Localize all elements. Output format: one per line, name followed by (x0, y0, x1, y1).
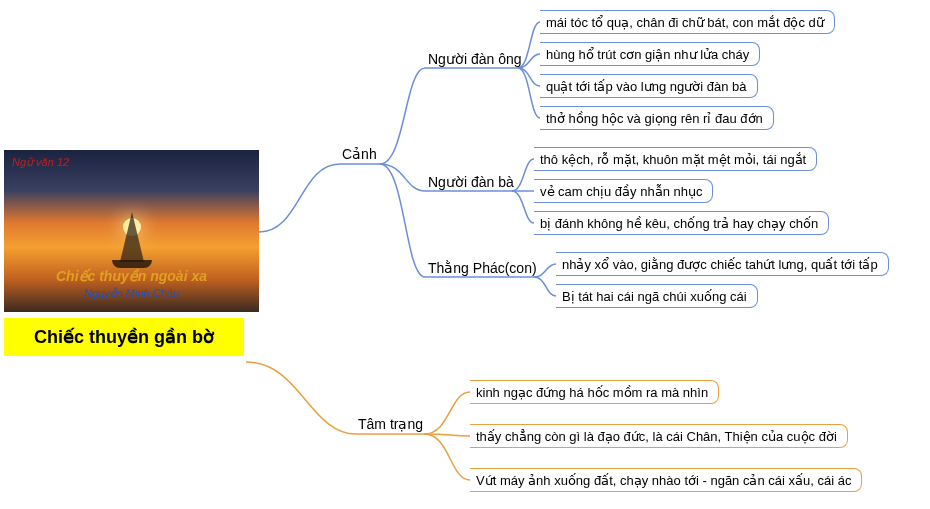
root-block: Ngữ văn 12 Chiếc thuyền ngoài xa Nguyễn … (4, 150, 259, 356)
sub-ba-label: Người đàn bà (428, 174, 514, 190)
leaf-ba-0: thô kệch, rỗ mặt, khuôn mặt mệt mỏi, tái… (534, 147, 817, 171)
leaf-ong-2: quật tới tấp vào lưng người đàn bà (540, 74, 758, 98)
hull-icon (112, 260, 152, 268)
leaf-ong-3: thở hồng hộc và giọng rên rỉ đau đớn (540, 106, 774, 130)
leaf-ong-1: hùng hổ trút cơn giận như lửa cháy (540, 42, 760, 66)
leaf-ba-1: vẻ cam chịu đầy nhẫn nhục (534, 179, 713, 203)
leaf-ong-0: mái tóc tổ quạ, chân đi chữ bát, con mắt… (540, 10, 835, 34)
root-image: Ngữ văn 12 Chiếc thuyền ngoài xa Nguyễn … (4, 150, 259, 312)
leaf-tt-1: thấy chẳng còn gì là đạo đức, là cái Châ… (470, 424, 848, 448)
leaf-tt-2: Vứt máy ảnh xuống đất, chạy nhào tới - n… (470, 468, 862, 492)
image-title: Chiếc thuyền ngoài xa (4, 268, 259, 284)
leaf-tt-0: kinh ngạc đứng há hốc mồm ra mà nhìn (470, 380, 719, 404)
root-title: Chiếc thuyền gần bờ (4, 318, 244, 356)
branch-tamtrang-label: Tâm trạng (358, 416, 423, 432)
branch-canh-label: Cảnh (342, 146, 377, 162)
sailboat-icon (120, 212, 144, 262)
sub-phac-label: Thằng Phác(con) (428, 260, 537, 276)
image-subtitle: Nguyễn Minh Châu (4, 287, 259, 300)
image-topleft: Ngữ văn 12 (12, 156, 69, 169)
leaf-phac-1: Bị tát hai cái ngã chúi xuống cái (556, 284, 758, 308)
leaf-phac-0: nhảy xổ vào, giằng được chiếc tahứt lưng… (556, 252, 889, 276)
sub-ong-label: Người đàn ông (428, 51, 522, 67)
leaf-ba-2: bị đánh không hề kêu, chống trả hay chạy… (534, 211, 829, 235)
